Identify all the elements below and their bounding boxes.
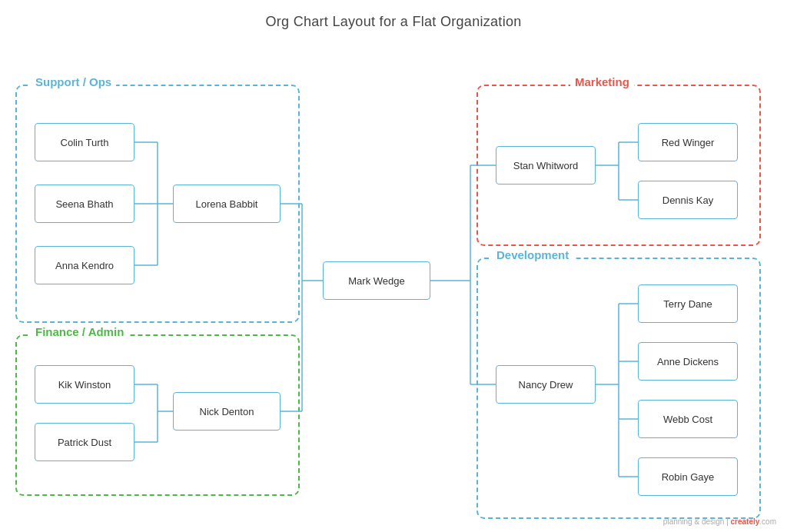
node-anna: Anna Kendro — [35, 246, 134, 284]
node-webb: Webb Cost — [638, 400, 738, 438]
node-mark: Mark Wedge — [323, 261, 430, 300]
node-red: Red Winger — [638, 123, 738, 161]
marketing-label: Marketing — [570, 75, 634, 88]
finance-label: Finance / Admin — [31, 325, 128, 338]
node-lorena: Lorena Babbit — [173, 185, 281, 223]
node-colin: Colin Turth — [35, 123, 134, 161]
support-label: Support / Ops — [31, 75, 116, 88]
development-label: Development — [492, 248, 573, 261]
chart-area: Support / Ops Finance / Admin Marketing … — [0, 46, 787, 532]
node-robin: Robin Gaye — [638, 457, 738, 496]
node-patrick: Patrick Dust — [35, 423, 134, 461]
node-terry: Terry Dane — [638, 284, 738, 323]
node-stan: Stan Whitword — [496, 146, 596, 185]
node-dennis: Dennis Kay — [638, 181, 738, 219]
node-nancy: Nancy Drew — [496, 365, 596, 404]
page-title: Org Chart Layout for a Flat Organization — [0, 0, 787, 30]
node-kik: Kik Winston — [35, 365, 134, 404]
node-seena: Seena Bhath — [35, 185, 134, 223]
node-anne: Anne Dickens — [638, 342, 738, 381]
watermark: planning & design | creately.com — [663, 517, 776, 526]
node-nick: Nick Denton — [173, 392, 281, 431]
